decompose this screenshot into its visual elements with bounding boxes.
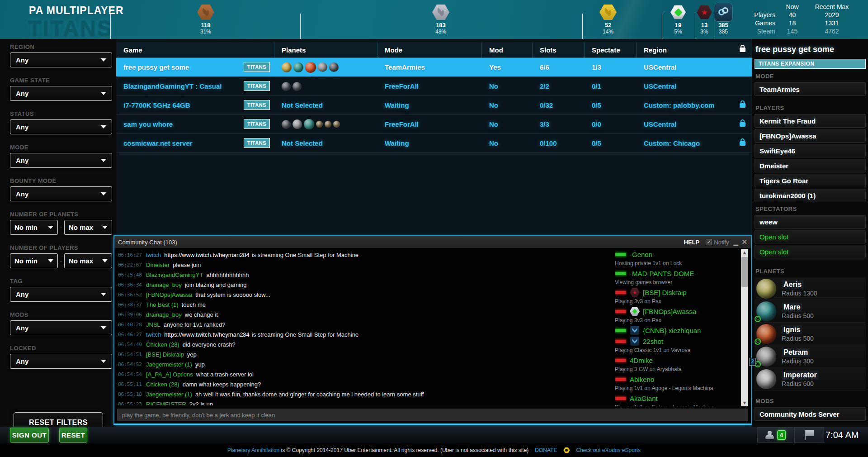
scroll-down-icon[interactable]: ▼ <box>741 399 748 406</box>
reset-button[interactable]: RESET <box>59 428 87 443</box>
game-row[interactable]: free pussy get someTITANSTeamArmiesYes6/… <box>116 58 752 77</box>
message-username[interactable]: Chicken (28) <box>146 381 179 388</box>
planets-text: Not Selected <box>282 139 323 147</box>
medal-percent: 385 <box>708 29 739 35</box>
message-text: ahhhhhhhhhhhh <box>206 271 249 278</box>
message-link[interactable]: https://www.twitch.tv/heyman284 <box>164 252 250 258</box>
chat-message: 06:16:27twitchhttps://www.twitch.tv/heym… <box>118 250 612 260</box>
donate-link[interactable]: DONATE <box>535 447 557 453</box>
online-users-indicator[interactable]: 4 <box>757 427 793 443</box>
planet-row[interactable]: AerisRadius 1300 <box>755 277 866 300</box>
minimize-icon[interactable]: ▁ <box>733 239 738 246</box>
open-spectator-slot[interactable]: Open slot <box>755 230 866 243</box>
chat-user[interactable]: 4DmikePlaying 3 GW on Aryabhata <box>615 355 741 374</box>
planet-radius: Radius 300 <box>782 357 814 365</box>
range-max-select[interactable]: No max <box>64 220 112 235</box>
filter-select[interactable]: Any <box>10 119 112 134</box>
chat-user[interactable]: [FBNOps]AwassaPlaying 3v3 on Pax <box>615 306 741 325</box>
flag-indicator[interactable] <box>794 427 824 443</box>
column-header-mod[interactable]: Mod <box>482 42 533 57</box>
sign-out-button[interactable]: SIGN OUT <box>10 428 49 443</box>
filter-select[interactable]: Any <box>10 287 112 302</box>
planet-row[interactable]: ImperatorRadius 600 <box>755 368 866 390</box>
planet-row[interactable]: IgnisRadius 500 <box>755 323 866 345</box>
notify-checkbox[interactable]: ✓ <box>706 239 712 245</box>
scroll-thumb[interactable] <box>741 257 748 287</box>
message-username[interactable]: The Best (1) <box>146 301 179 308</box>
message-username[interactable]: twitch <box>146 331 161 338</box>
game-row[interactable]: sam you whoreTITANSFreeForAllNo3/30/0USC… <box>116 115 752 134</box>
filter-select[interactable]: Any <box>10 86 112 101</box>
chat-user[interactable]: -Genon-Hosting private 1v1 on Lock <box>615 249 741 268</box>
filter-select[interactable]: Any <box>10 354 112 369</box>
chat-help-link[interactable]: HELP <box>684 239 700 246</box>
range-min-select[interactable]: No min <box>10 253 58 268</box>
message-username[interactable]: Chicken (28) <box>146 341 179 348</box>
game-name-cell: i7-7700K 5GHz 64GBTITANS <box>116 96 274 114</box>
message-username[interactable]: RICEMEISTER <box>146 401 186 406</box>
chat-user-row: [FBNOps]Awassa <box>615 306 741 317</box>
chat-user[interactable]: AkaGiantPlaying 1v1 on Entara - Legonis … <box>615 393 741 406</box>
chat-user-activity: Viewing games browser <box>615 279 741 287</box>
chat-user[interactable]: {CNNB} xiezhiquan <box>615 325 741 336</box>
range-min-select[interactable]: No min <box>10 220 58 235</box>
region-cell: USCentral <box>637 77 752 95</box>
clock: 7:04 AM <box>826 427 868 443</box>
region-cell: USCentral <box>637 115 752 133</box>
message-username[interactable]: [A_PA_A] Options <box>146 371 193 378</box>
column-header-planets[interactable]: Planets <box>274 42 377 57</box>
stats-col-recent: Recent Max <box>809 3 854 10</box>
planets-cell <box>274 58 377 76</box>
chat-user[interactable]: 22shotPlaying Classic 1v1 on Vavrova <box>615 336 741 355</box>
message-username[interactable]: Dmeister <box>146 262 170 268</box>
column-header-spectate[interactable]: Spectate <box>585 42 637 57</box>
planet-row[interactable]: MareRadius 500 <box>755 300 866 323</box>
select-value: Any <box>16 190 101 198</box>
select-value: No max <box>69 257 102 265</box>
planet-row[interactable]: 2PetramRadius 300 <box>755 345 866 368</box>
range-max-select[interactable]: No max <box>64 253 112 268</box>
exodus-link[interactable]: Check out eXodus eSports <box>576 447 641 453</box>
filter-label: BOUNTY MODE <box>10 177 116 184</box>
column-header-mode[interactable]: Mode <box>377 42 482 57</box>
slots-value: 6/6 <box>540 63 549 71</box>
message-username[interactable]: [FBNOps]Awassa <box>146 291 192 298</box>
message-username[interactable]: drainage_boy <box>146 311 182 318</box>
chat-scrollbar[interactable]: ▲ ▼ <box>741 249 748 406</box>
mode-value: FreeForAll <box>385 120 419 128</box>
chat-user-name: [BSE] Diskraip <box>643 289 687 296</box>
message-username[interactable]: Jaegermeister (1) <box>146 391 192 398</box>
message-username[interactable]: BlazingandGamingYT <box>146 271 203 278</box>
chat-user[interactable]: ★[BSE] DiskraipPlaying 3v3 on Pax <box>615 287 741 306</box>
pa-link[interactable]: Planetary Annihilation <box>227 447 279 453</box>
message-username[interactable]: drainage_boy <box>146 281 182 288</box>
chat-input[interactable] <box>117 409 748 421</box>
filter-select[interactable]: Any <box>10 52 112 67</box>
column-header-region[interactable]: Region <box>637 42 752 57</box>
filter-select[interactable]: Any <box>10 186 112 201</box>
planet-icon <box>304 119 314 129</box>
filter-label: STATUS <box>10 110 116 117</box>
game-row[interactable]: cosmicwar.net serverTITANSNot SelectedWa… <box>116 134 752 153</box>
filter-group-mods: MODSAny <box>0 311 116 335</box>
column-header-game[interactable]: Game <box>116 42 274 57</box>
message-username[interactable]: [BSE] Diskraip <box>146 351 184 358</box>
message-timestamp: 06:40:28 <box>118 322 146 328</box>
close-icon[interactable]: ✕ <box>741 238 747 246</box>
message-username[interactable]: JNSL <box>146 321 160 328</box>
message-username[interactable]: Jaegermeister (1) <box>146 361 192 368</box>
open-spectator-slot[interactable]: Open slot <box>755 245 866 258</box>
status-pill-busy <box>615 377 626 381</box>
filter-select[interactable]: Any <box>10 320 112 335</box>
column-header-slots[interactable]: Slots <box>533 42 585 57</box>
chat-user[interactable]: AbikenoPlaying 1v1 on Agoge - Legonis Ma… <box>615 374 741 393</box>
slots-cell: 6/6 <box>533 58 585 76</box>
filter-select[interactable]: Any <box>10 153 112 168</box>
game-row[interactable]: BlazingandGamingYT : CasualTITANSFreeFor… <box>116 77 752 96</box>
titans-logo: TITANS <box>28 15 113 39</box>
scroll-up-icon[interactable]: ▲ <box>741 249 748 256</box>
game-row[interactable]: i7-7700K 5GHz 64GBTITANSNot SelectedWait… <box>116 96 752 115</box>
message-username[interactable]: twitch <box>146 252 161 258</box>
message-link[interactable]: https://www.twitch.tv/heyman284 <box>164 331 250 338</box>
chat-user[interactable]: -MAD-PANTS-DOME-Viewing games browser <box>615 268 741 287</box>
